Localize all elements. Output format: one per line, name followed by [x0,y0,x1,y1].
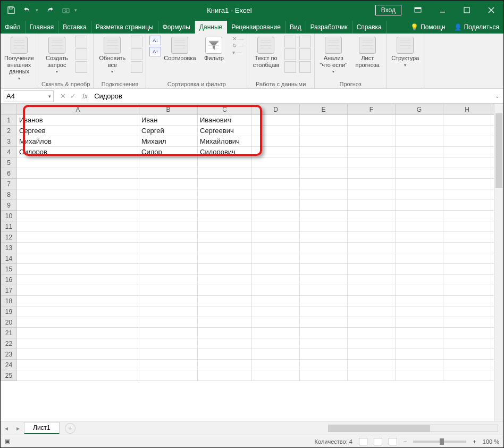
cell-C13[interactable] [198,243,252,253]
cell-H12[interactable] [443,232,491,243]
cell-D22[interactable] [252,338,300,349]
col-header-E[interactable]: E [300,104,348,115]
sort-asc-button[interactable]: A↓ [149,36,161,45]
row-header-25[interactable]: 25 [1,370,17,381]
cell-D16[interactable] [252,275,300,285]
cell-A3[interactable]: Михайлов [17,136,139,147]
cell-A24[interactable] [17,360,139,370]
cell-F2[interactable] [348,126,396,136]
cell-A1[interactable]: Иванов [17,115,139,126]
cell-D20[interactable] [252,317,300,328]
data-small-4[interactable] [299,36,311,47]
cell-A17[interactable] [17,285,139,296]
cell-C19[interactable] [198,306,252,317]
row-header-17[interactable]: 17 [1,285,17,296]
cell-D2[interactable] [252,126,300,136]
share-button[interactable]: 👤Поделиться [450,21,503,34]
data-small-6[interactable] [299,61,311,73]
cell-D12[interactable] [252,232,300,243]
view-layout-icon[interactable] [374,438,382,445]
cell-F12[interactable] [348,232,396,243]
row-header-7[interactable]: 7 [1,179,17,189]
tab-разметка страницы[interactable]: Разметка страницы [91,21,158,34]
row-header-3[interactable]: 3 [1,136,17,147]
cell-F11[interactable] [348,221,396,232]
cell-H21[interactable] [443,328,491,338]
cancel-icon[interactable]: ✕ [60,92,66,100]
cell-E21[interactable] [300,328,348,338]
cell-D19[interactable] [252,306,300,317]
cell-C6[interactable] [198,168,252,179]
cell-C16[interactable] [198,275,252,285]
cell-G15[interactable] [396,264,443,275]
cell-H1[interactable] [443,115,491,126]
save-icon[interactable] [7,6,15,14]
cell-E18[interactable] [300,296,348,306]
cell-A7[interactable] [17,179,139,189]
cell-A11[interactable] [17,221,139,232]
cell-H20[interactable] [443,317,491,328]
cell-E19[interactable] [300,306,348,317]
col-header-D[interactable]: D [252,104,300,115]
cell-H7[interactable] [443,179,491,189]
cell-G25[interactable] [396,370,443,381]
cell-B9[interactable] [139,200,198,211]
ribbon-options-icon[interactable] [406,1,430,20]
minimize-button[interactable] [430,1,455,20]
expand-formula-icon[interactable]: ⌄ [491,93,503,99]
cell-C24[interactable] [198,360,252,370]
cell-C17[interactable] [198,285,252,296]
row-header-2[interactable]: 2 [1,126,17,136]
grid[interactable]: ABCDEFGHI1ИвановИванИванович2СергеевСерг… [1,104,503,381]
what-if-button[interactable]: Анализ "что если"▾ [318,36,349,74]
row-header-15[interactable]: 15 [1,264,17,275]
cell-F6[interactable] [348,168,396,179]
cell-A5[interactable] [17,157,139,168]
cell-H16[interactable] [443,275,491,285]
cell-C21[interactable] [198,328,252,338]
cell-A9[interactable] [17,200,139,211]
cell-A13[interactable] [17,243,139,253]
cell-F16[interactable] [348,275,396,285]
cell-H24[interactable] [443,360,491,370]
cell-G21[interactable] [396,328,443,338]
cell-C14[interactable] [198,253,252,264]
cell-C3[interactable]: Михайлович [198,136,252,147]
cell-E11[interactable] [300,221,348,232]
cell-E10[interactable] [300,211,348,221]
cell-G22[interactable] [396,338,443,349]
cell-F17[interactable] [348,285,396,296]
cell-C18[interactable] [198,296,252,306]
cell-B4[interactable]: Сидор [139,147,198,157]
cell-C5[interactable] [198,157,252,168]
cell-D17[interactable] [252,285,300,296]
cell-G13[interactable] [396,243,443,253]
row-header-18[interactable]: 18 [1,296,17,306]
cell-H8[interactable] [443,189,491,200]
cell-B13[interactable] [139,243,198,253]
cell-G7[interactable] [396,179,443,189]
cell-B7[interactable] [139,179,198,189]
sort-desc-button[interactable]: A↑ [149,47,161,56]
cell-D14[interactable] [252,253,300,264]
cell-F19[interactable] [348,306,396,317]
queries-small-3[interactable] [75,61,87,73]
cell-H18[interactable] [443,296,491,306]
col-header-C[interactable]: C [198,104,252,115]
cell-B21[interactable] [139,328,198,338]
cell-D24[interactable] [252,360,300,370]
cell-G12[interactable] [396,232,443,243]
tab-формулы[interactable]: Формулы [158,21,195,34]
data-small-3[interactable] [284,61,296,73]
cell-G5[interactable] [396,157,443,168]
tell-me[interactable]: 💡Помощн [406,21,450,34]
cell-A25[interactable] [17,370,139,381]
cell-B11[interactable] [139,221,198,232]
cell-E6[interactable] [300,168,348,179]
data-small-1[interactable] [284,36,296,47]
cell-E9[interactable] [300,200,348,211]
col-header-F[interactable]: F [348,104,396,115]
cell-D9[interactable] [252,200,300,211]
cell-B10[interactable] [139,211,198,221]
cell-F10[interactable] [348,211,396,221]
